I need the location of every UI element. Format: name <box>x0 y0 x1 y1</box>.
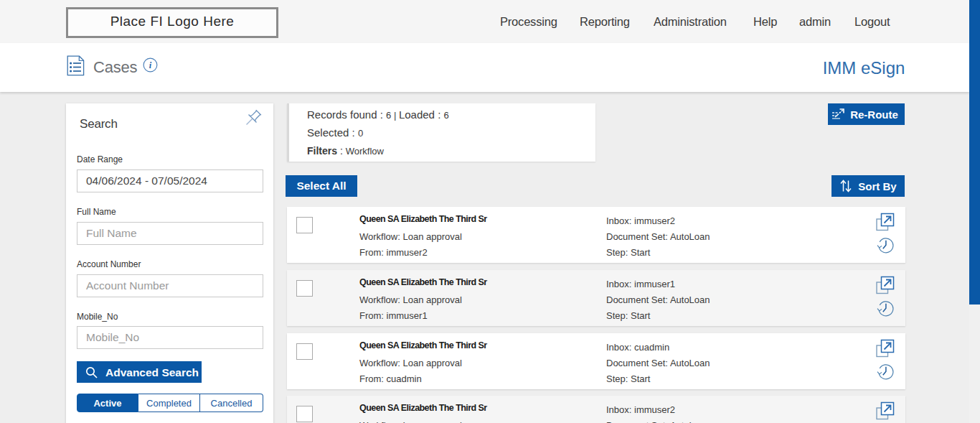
svg-text:i: i <box>149 60 152 70</box>
